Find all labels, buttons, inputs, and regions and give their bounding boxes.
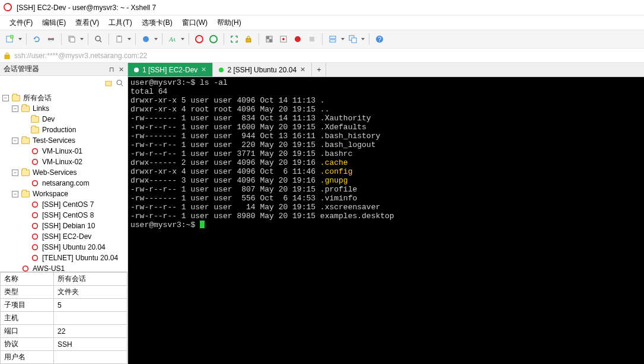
content-area: 1 [SSH] EC2-Dev ✕ 2 [SSH] Ubuntu 20.04 ✕… [128,63,644,364]
new-folder-icon[interactable] [105,79,113,87]
paste-dropdown[interactable] [127,38,132,40]
filter-icon[interactable] [116,79,124,87]
expander-icon[interactable]: − [12,170,18,176]
find-button[interactable] [92,33,105,46]
paste-button[interactable] [113,33,126,46]
node-label: AWS-US1 [33,264,65,272]
expander-icon[interactable]: − [2,95,9,101]
svg-point-15 [196,36,203,43]
address-text: ssh://user:****@mysvr3.netsarang.com:22 [14,52,147,60]
node-label: [SSH] CentOS 7 [42,200,94,209]
lock-button[interactable] [242,33,255,46]
session-tree[interactable]: − 所有会话 − Links Dev Production − [0,90,127,272]
tree-web-services[interactable]: − Web-Services [0,167,127,178]
svg-point-40 [33,223,38,229]
new-session-dropdown[interactable] [18,38,23,40]
copy-dropdown[interactable] [79,38,84,40]
tile-horizontal-button[interactable] [326,33,339,46]
tree-netsarang[interactable]: netsarang.com [0,178,127,189]
tab-ec2-dev[interactable]: 1 [SSH] EC2-Dev ✕ [128,63,213,76]
tab-ubuntu2004[interactable]: 2 [SSH] Ubuntu 20.04 ✕ [213,63,312,76]
terminal-line-pre: drwx------ 2 user user 4096 May 20 19:16 [130,158,320,167]
session-manager-title: 会话管理器 [4,64,39,74]
xshell-button[interactable] [193,33,206,46]
svg-point-22 [282,38,285,40]
prop-value: 所有会话 [54,273,127,286]
tree-vm-linux-01[interactable]: VM-Linux-01 [0,146,127,157]
reconnect-button[interactable] [30,33,43,46]
toolbar: AA ? [0,30,644,49]
font-dropdown[interactable] [180,38,185,40]
tree-dev[interactable]: Dev [0,114,127,124]
close-panel-icon[interactable]: ✕ [119,66,124,73]
tree-debian10[interactable]: [SSH] Debian 10 [0,221,127,231]
expander-icon[interactable]: − [12,191,18,197]
svg-rect-7 [70,37,75,42]
terminal-line: drwxr-xr-x 4 root root 4096 May 20 19:15… [130,105,329,114]
menu-tools[interactable]: 工具(T) [105,17,135,29]
tree-test-services[interactable]: − Test-Services [0,135,127,146]
spacer [21,148,28,155]
tree-ec2-dev[interactable]: [SSH] EC2-Dev [0,231,127,242]
always-on-top-button[interactable] [277,33,290,46]
terminal-line: drwxr-xr-x 5 user user 4096 Oct 14 11:13… [130,96,325,105]
expander-icon[interactable]: − [12,138,18,144]
svg-point-44 [23,266,28,272]
svg-point-39 [33,213,38,218]
tree-centos7[interactable]: [SSH] CentOS 7 [0,199,127,210]
font-button[interactable]: AA [166,33,179,46]
prop-row-children: 子项目5 [1,299,127,312]
fullscreen-button[interactable] [228,33,241,46]
terminal[interactable]: user@mysvr3:~$ ls -al total 64 drwxr-xr-… [128,77,644,364]
node-label: [SSH] Ubuntu 20.04 [42,243,106,251]
menu-file[interactable]: 文件(F) [6,17,36,29]
folder-icon [21,189,30,199]
tile-dropdown[interactable] [340,38,345,40]
menu-edit[interactable]: 编辑(E) [39,17,69,29]
record-button[interactable] [291,33,304,46]
folder-icon [30,114,40,124]
color-button[interactable] [139,33,152,46]
disconnect-button[interactable] [44,33,58,46]
color-dropdown[interactable] [154,38,158,40]
transparency-button[interactable] [263,33,276,46]
help-button[interactable]: ? [373,33,386,46]
tree-telnet-ubuntu[interactable]: [TELNET] Ubuntu 20.04 [0,253,127,263]
stop-button[interactable] [305,33,318,46]
cascade-dropdown[interactable] [361,38,365,40]
new-session-button[interactable] [4,33,17,46]
copy-button[interactable] [65,33,78,46]
session-manager-panel: 会话管理器 ⊓ ✕ − 所有会话 − Links [0,63,128,364]
svg-rect-11 [118,36,120,37]
tree-links[interactable]: − Links [0,103,127,114]
prop-label: 名称 [1,273,54,286]
node-label: Test-Services [33,136,75,145]
menu-view[interactable]: 查看(V) [72,17,103,29]
prompt: user@mysvr3:~$ [130,78,200,87]
tree-vm-linux-02[interactable]: VM-Linux-02 [0,157,127,167]
menu-tab[interactable]: 选项卡(B) [138,17,176,29]
terminal-line-pre: drwxr-xr-x 4 user user 4096 Oct 6 11:46 [130,167,320,176]
menu-help[interactable]: 帮助(H) [213,17,245,29]
node-label: netsarang.com [42,179,89,187]
tree-ubuntu2004[interactable]: [SSH] Ubuntu 20.04 [0,242,127,253]
menu-window[interactable]: 窗口(W) [178,17,211,29]
tree-aws-us1[interactable]: AWS-US1 [0,263,127,272]
spacer [12,266,18,272]
address-bar[interactable]: ssh://user:****@mysvr3.netsarang.com:22 [0,49,644,63]
cascade-button[interactable] [346,33,359,46]
close-tab-icon[interactable]: ✕ [300,66,305,74]
prop-label: 主机 [1,312,54,325]
add-tab-button[interactable]: ＋ [312,63,326,76]
command: ls -al [200,78,228,87]
svg-rect-26 [330,40,336,42]
close-tab-icon[interactable]: ✕ [201,66,206,74]
tree-production[interactable]: Production [0,124,127,135]
pin-icon[interactable]: ⊓ [109,66,114,73]
xftp-button[interactable] [207,33,220,46]
expander-icon[interactable]: − [12,106,18,112]
tree-centos8[interactable]: [SSH] CentOS 8 [0,210,127,221]
tree-root[interactable]: − 所有会话 [0,92,127,103]
session-icon [30,253,40,263]
tree-workspace[interactable]: − Workspace [0,189,127,199]
